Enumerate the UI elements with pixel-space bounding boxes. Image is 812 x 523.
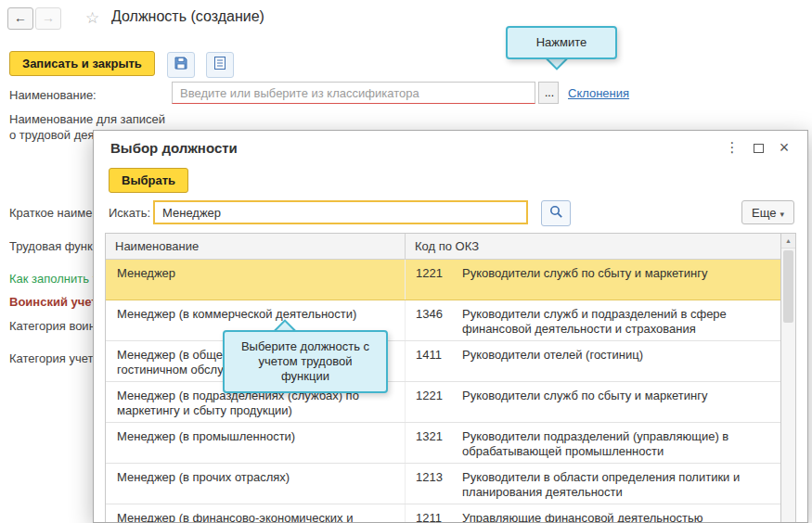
- table-row[interactable]: Менеджер 1221 Руководители служб по сбыт…: [106, 260, 780, 300]
- close-icon[interactable]: ×: [774, 137, 794, 158]
- more-menu-icon[interactable]: ⋮: [722, 137, 742, 158]
- page-title: Должность (создание): [111, 8, 264, 25]
- save-and-close-button[interactable]: Записать и закрыть: [9, 51, 155, 76]
- name-input[interactable]: [172, 82, 535, 104]
- forward-icon: →: [42, 10, 55, 25]
- list-icon: [213, 56, 227, 74]
- dialog-title: Выбор должности: [110, 140, 238, 156]
- back-button[interactable]: ←: [7, 7, 33, 30]
- forward-button[interactable]: →: [35, 7, 61, 30]
- table-row[interactable]: Менеджер (в промышленности) 1321 Руковод…: [106, 423, 780, 464]
- military-section-label: Воинский учет: [9, 295, 97, 309]
- chevron-down-icon: ▾: [780, 210, 784, 219]
- history-list-button[interactable]: [206, 52, 234, 78]
- choose-from-classifier-button[interactable]: ...: [538, 82, 559, 104]
- search-label: Искать:: [109, 206, 150, 220]
- table-row[interactable]: Менеджер (в финансово-экономических и ад…: [106, 504, 780, 522]
- table-header: Наименование Код по ОКЗ: [106, 234, 780, 260]
- save-icon: [174, 56, 188, 74]
- table-row[interactable]: Менеджер (в коммерческой деятельности) 1…: [106, 300, 780, 341]
- search-icon: [549, 205, 563, 223]
- maximize-icon[interactable]: [748, 137, 768, 158]
- back-icon: ←: [14, 10, 27, 25]
- vertical-scrollbar[interactable]: ▲: [780, 234, 795, 522]
- header-name[interactable]: Наименование: [106, 234, 405, 259]
- position-select-dialog: Выбор должности ⋮ × Выбрать Искать: Еще▾…: [93, 130, 808, 523]
- press-callout: Нажмите: [506, 26, 617, 59]
- name-field-label: Наименование:: [9, 88, 97, 102]
- table-row[interactable]: Менеджер (в общественном питании и гости…: [106, 341, 780, 382]
- search-input[interactable]: [153, 200, 528, 224]
- table-row[interactable]: Менеджер (в подразделениях (службах) по …: [106, 382, 780, 423]
- save-button[interactable]: [167, 52, 195, 78]
- table-grid: Наименование Код по ОКЗ Менеджер 1221 Ру…: [106, 234, 780, 522]
- more-button[interactable]: Еще▾: [741, 200, 794, 224]
- header-code[interactable]: Код по ОКЗ: [405, 234, 780, 259]
- select-button[interactable]: Выбрать: [109, 168, 188, 193]
- favorite-star-icon[interactable]: ☆: [85, 8, 99, 28]
- callout-text: Выберите должность с учетом трудовой фун…: [223, 330, 388, 393]
- account-category-label: Категория учета:: [9, 351, 103, 365]
- table-row[interactable]: Менеджер (в прочих отраслях) 1213 Руково…: [106, 464, 780, 504]
- callout-text: Нажмите: [506, 26, 617, 59]
- positions-table: Наименование Код по ОКЗ Менеджер 1221 Ру…: [105, 233, 796, 522]
- scrollbar-up-icon[interactable]: ▲: [781, 234, 795, 249]
- search-button[interactable]: [541, 200, 571, 226]
- declensions-link[interactable]: Склонения: [568, 86, 629, 100]
- select-hint-callout: Выберите должность с учетом трудовой фун…: [223, 330, 388, 393]
- scrollbar-thumb[interactable]: [783, 250, 793, 323]
